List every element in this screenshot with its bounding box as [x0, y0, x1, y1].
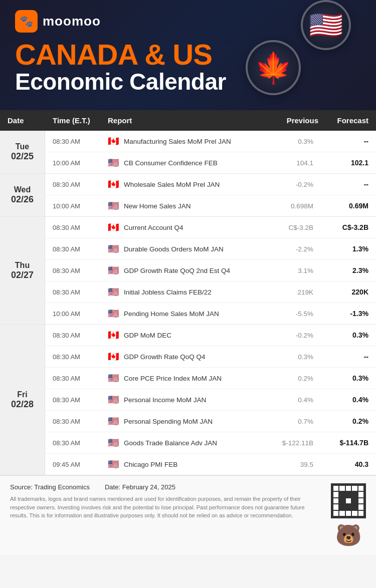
day-rows-02/27: 08:30 AM 🇨🇦 Current Account Q4 C$-3.2B C… [45, 217, 376, 324]
report-cell: 🇨🇦 Manufacturing Sales MoM Prel JAN [108, 136, 263, 147]
report-name: Durable Goods Orders MoM JAN [124, 245, 224, 253]
forecast-value: 220K [318, 288, 368, 296]
time-cell: 08:30 AM [53, 245, 108, 253]
forecast-value: -1.3% [318, 310, 368, 318]
title-line1: CANADA & US [15, 40, 361, 69]
previous-value: 0.2% [263, 375, 318, 382]
col-report: Report [108, 116, 263, 125]
forecast-value: 0.3% [318, 331, 368, 339]
previous-value: -0.2% [263, 332, 318, 339]
forecast-value: 1.3% [318, 245, 368, 253]
report-name: Personal Spending MoM JAN [124, 418, 213, 425]
day-name: Wed [14, 185, 31, 194]
forecast-value: 0.2% [318, 417, 368, 425]
report-cell: 🇺🇸 GDP Growth Rate QoQ 2nd Est Q4 [108, 265, 263, 276]
table-row: 08:30 AM 🇨🇦 Current Account Q4 C$-3.2B C… [45, 217, 376, 238]
moomoo-logo-icon: 🐾 [15, 10, 38, 33]
table-header: Date Time (E.T.) Report Previous Forecas… [0, 110, 376, 131]
day-name: Tue [16, 142, 29, 151]
country-flag: 🇨🇦 [108, 136, 120, 147]
day-label-02/28: Fri 02/28 [0, 325, 45, 475]
table-row: 08:30 AM 🇺🇸 Durable Goods Orders MoM JAN… [45, 238, 376, 260]
report-name: Initial Jobless Claims FEB/22 [124, 288, 212, 296]
country-flag: 🇺🇸 [108, 286, 120, 298]
day-label-02/26: Wed 02/26 [0, 174, 45, 216]
date-label: Date: February 24, 2025 [105, 483, 175, 491]
table-row: 10:00 AM 🇺🇸 Pending Home Sales MoM JAN -… [45, 303, 376, 324]
forecast-value: -- [318, 137, 368, 145]
forecast-value: 102.1 [318, 159, 368, 167]
us-flag-coin: 🇺🇸 [301, 0, 351, 50]
report-name: GDP MoM DEC [124, 332, 171, 339]
mascot-icon: 🐻 [335, 523, 361, 547]
day-date: 02/25 [11, 151, 34, 162]
time-cell: 08:30 AM [53, 332, 108, 339]
report-name: Pending Home Sales MoM JAN [124, 310, 219, 318]
time-cell: 08:30 AM [53, 353, 108, 361]
previous-value: 3.1% [263, 267, 318, 274]
logo-text: moomoo [43, 14, 101, 29]
forecast-value: -- [318, 353, 368, 361]
report-name: CB Consumer Confidence FEB [124, 159, 218, 167]
day-rows-02/25: 08:30 AM 🇨🇦 Manufacturing Sales MoM Prel… [45, 131, 376, 173]
time-cell: 10:00 AM [53, 202, 108, 210]
country-flag: 🇺🇸 [108, 394, 120, 405]
col-previous: Previous [263, 116, 318, 125]
country-flag: 🇺🇸 [108, 373, 120, 384]
day-group-02/27: Thu 02/27 08:30 AM 🇨🇦 Current Account Q4… [0, 217, 376, 325]
forecast-value: 0.4% [318, 396, 368, 404]
table-row: 08:30 AM 🇨🇦 Wholesale Sales MoM Prel JAN… [45, 174, 376, 195]
report-cell: 🇺🇸 Personal Spending MoM JAN [108, 416, 263, 427]
col-time: Time (E.T.) [53, 116, 108, 125]
source-label: Source: Trading Economics [10, 483, 90, 491]
time-cell: 08:30 AM [53, 181, 108, 188]
day-date: 02/26 [11, 194, 34, 205]
report-cell: 🇺🇸 Goods Trade Balance Adv JAN [108, 437, 263, 448]
time-cell: 08:30 AM [53, 267, 108, 274]
previous-value: -2.2% [263, 245, 318, 253]
report-cell: 🇺🇸 Personal Income MoM JAN [108, 394, 263, 405]
report-cell: 🇺🇸 CB Consumer Confidence FEB [108, 157, 263, 168]
table-row: 08:30 AM 🇺🇸 GDP Growth Rate QoQ 2nd Est … [45, 260, 376, 281]
report-cell: 🇨🇦 GDP MoM DEC [108, 330, 263, 341]
report-cell: 🇨🇦 Current Account Q4 [108, 222, 263, 233]
time-cell: 08:30 AM [53, 138, 108, 145]
day-rows-02/26: 08:30 AM 🇨🇦 Wholesale Sales MoM Prel JAN… [45, 174, 376, 216]
ca-flag-coin: 🍁 [246, 40, 301, 95]
table-row: 10:00 AM 🇺🇸 New Home Sales JAN 0.698M 0.… [45, 195, 376, 216]
report-cell: 🇨🇦 Wholesale Sales MoM Prel JAN [108, 179, 263, 190]
table-row: 08:30 AM 🇺🇸 Personal Income MoM JAN 0.4%… [45, 389, 376, 411]
time-cell: 08:30 AM [53, 375, 108, 382]
table-row: 08:30 AM 🇺🇸 Core PCE Price Index MoM JAN… [45, 368, 376, 389]
country-flag: 🇨🇦 [108, 222, 120, 233]
qr-code [331, 483, 366, 518]
previous-value: -5.5% [263, 310, 318, 318]
previous-value: 0.4% [263, 396, 318, 404]
report-name: Chicago PMI FEB [124, 461, 177, 468]
report-cell: 🇺🇸 Chicago PMI FEB [108, 459, 263, 470]
time-cell: 08:30 AM [53, 396, 108, 404]
col-date: Date [8, 116, 53, 125]
previous-value: 39.5 [263, 461, 318, 468]
footer-section: Source: Trading Economics Date: February… [0, 475, 376, 555]
footer-source: Source: Trading Economics Date: February… [10, 483, 321, 491]
table-body: Tue 02/25 08:30 AM 🇨🇦 Manufacturing Sale… [0, 131, 376, 475]
country-flag: 🇨🇦 [108, 351, 120, 362]
day-name: Fri [17, 390, 27, 399]
country-flag: 🇺🇸 [108, 308, 120, 319]
day-date: 02/28 [11, 399, 34, 410]
day-group-02/26: Wed 02/26 08:30 AM 🇨🇦 Wholesale Sales Mo… [0, 174, 376, 217]
report-name: New Home Sales JAN [124, 202, 191, 210]
table-row: 08:30 AM 🇨🇦 GDP Growth Rate QoQ Q4 0.3% … [45, 346, 376, 368]
previous-value: 104.1 [263, 159, 318, 167]
country-flag: 🇺🇸 [108, 157, 120, 168]
country-flag: 🇺🇸 [108, 459, 120, 470]
report-cell: 🇺🇸 Pending Home Sales MoM JAN [108, 308, 263, 319]
forecast-value: 2.3% [318, 266, 368, 274]
footer-disclaimer: All trademarks, logos and brand names me… [10, 495, 321, 520]
forecast-value: 0.69M [318, 202, 368, 210]
report-name: GDP Growth Rate QoQ 2nd Est Q4 [124, 267, 230, 274]
country-flag: 🇺🇸 [108, 243, 120, 254]
previous-value: 0.698M [263, 202, 318, 210]
report-name: Core PCE Price Index MoM JAN [124, 375, 222, 382]
